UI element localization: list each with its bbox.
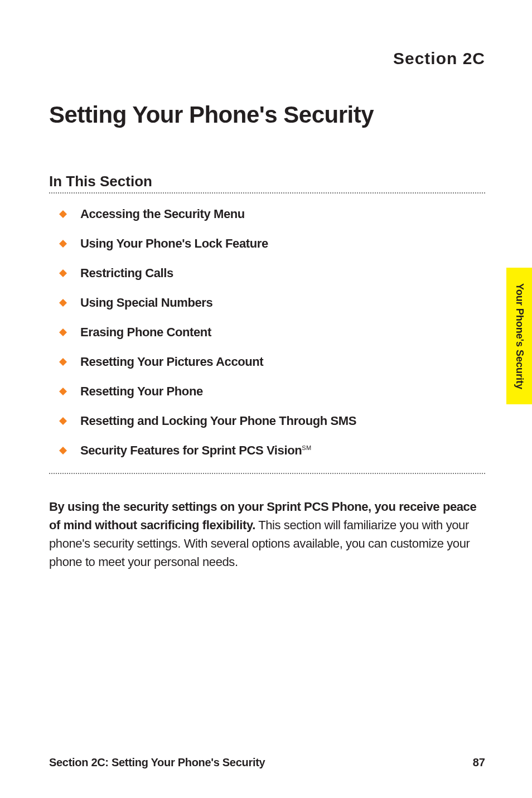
list-item: Accessing the Security Menu [49, 207, 485, 221]
svg-marker-3 [59, 299, 67, 307]
svg-marker-1 [59, 240, 67, 248]
list-item: Erasing Phone Content [49, 325, 485, 340]
diamond-icon [59, 447, 67, 454]
bullet-text: Resetting Your Pictures Account [80, 355, 263, 369]
bullet-text: Accessing the Security Menu [80, 207, 245, 221]
diamond-icon [59, 299, 67, 307]
diamond-icon [59, 269, 67, 277]
side-tab-text: Your Phone's Security [514, 283, 525, 389]
svg-marker-8 [59, 447, 67, 454]
page-title: Setting Your Phone's Security [49, 101, 485, 128]
list-item: Resetting and Locking Your Phone Through… [49, 414, 485, 428]
section-label: Section 2C [49, 49, 485, 68]
diamond-icon [59, 388, 67, 395]
list-item: Resetting Your Pictures Account [49, 355, 485, 369]
diamond-icon [59, 240, 67, 248]
svg-marker-7 [59, 417, 67, 425]
bullet-text: Resetting Your Phone [80, 384, 203, 399]
side-tab: Your Phone's Security [506, 268, 532, 404]
body-paragraph: By using the security settings on your S… [49, 497, 485, 571]
list-item: Restricting Calls [49, 266, 485, 280]
bullet-text: Resetting and Locking Your Phone Through… [80, 414, 356, 428]
dotted-rule-top [49, 192, 485, 194]
dotted-rule-bottom [49, 473, 485, 474]
svg-marker-6 [59, 388, 67, 395]
list-item: Security Features for Sprint PCS VisionS… [49, 443, 485, 458]
diamond-icon [59, 417, 67, 425]
sm-mark: SM [302, 444, 312, 451]
bullet-list: Accessing the Security Menu Using Your P… [49, 207, 485, 458]
footer-page-number: 87 [473, 756, 485, 769]
bullet-text: Security Features for Sprint PCS VisionS… [80, 443, 312, 458]
footer-title: Section 2C: Setting Your Phone's Securit… [49, 756, 265, 769]
sub-heading: In This Section [49, 173, 485, 190]
footer: Section 2C: Setting Your Phone's Securit… [49, 756, 485, 769]
diamond-icon [59, 328, 67, 336]
bullet-text: Restricting Calls [80, 266, 173, 280]
svg-marker-0 [59, 210, 67, 218]
diamond-icon [59, 210, 67, 218]
list-item: Using Special Numbers [49, 296, 485, 310]
list-item: Resetting Your Phone [49, 384, 485, 399]
bullet-text: Using Special Numbers [80, 296, 212, 310]
diamond-icon [59, 358, 67, 366]
bullet-text: Using Your Phone's Lock Feature [80, 236, 268, 251]
svg-marker-5 [59, 358, 67, 366]
svg-marker-2 [59, 269, 67, 277]
svg-marker-4 [59, 328, 67, 336]
list-item: Using Your Phone's Lock Feature [49, 236, 485, 251]
bullet-text: Erasing Phone Content [80, 325, 211, 340]
